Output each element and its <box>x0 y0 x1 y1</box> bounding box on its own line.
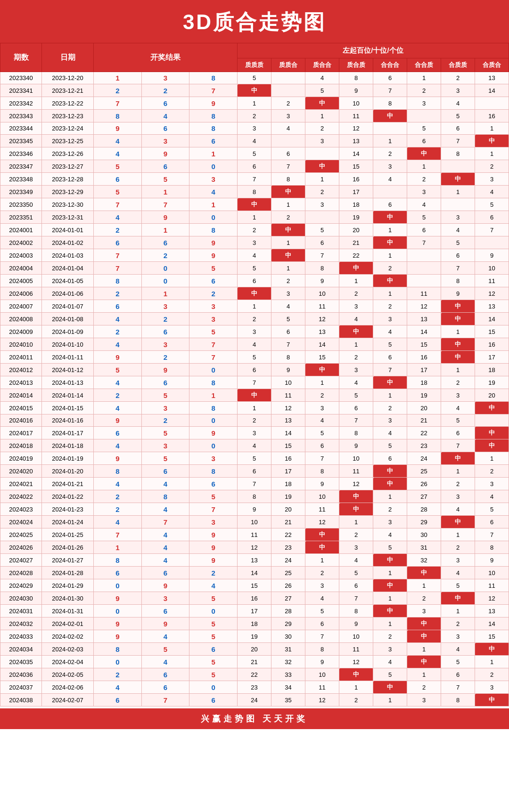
table-cell: 12 <box>305 694 339 706</box>
table-cell: 5 <box>441 110 475 122</box>
table-cell: 1 <box>141 287 189 300</box>
table-cell <box>271 84 305 97</box>
table-cell: 7 <box>141 516 189 528</box>
table-cell: 2 <box>441 72 475 84</box>
table-cell: 0 <box>189 364 238 376</box>
table-cell: 31 <box>271 643 305 656</box>
table-cell: 14 <box>475 617 509 630</box>
table-cell: 2024-01-22 <box>42 490 94 503</box>
table-cell: 13 <box>475 605 509 617</box>
table-cell: 3 <box>305 402 339 414</box>
table-cell: 中 <box>305 160 339 173</box>
table-cell: 6 <box>141 122 189 135</box>
table-cell: 2024-01-20 <box>42 465 94 478</box>
table-cell: 20 <box>407 402 441 414</box>
table-cell: 6 <box>141 325 189 338</box>
table-cell: 2024024 <box>0 516 42 528</box>
table-cell: 2 <box>271 275 305 287</box>
table-row: 20240212024-01-21446718912中2623 <box>0 478 509 490</box>
table-cell: 1 <box>373 224 407 236</box>
table-cell: 5 <box>141 643 189 656</box>
table-cell: 1 <box>271 262 305 275</box>
table-cell: 8 <box>141 490 189 503</box>
table-cell: 2024019 <box>0 452 42 465</box>
table-cell: 2 <box>94 389 142 402</box>
table-cell: 8 <box>305 262 339 275</box>
table-cell: 6 <box>141 160 189 173</box>
table-cell: 2024016 <box>0 414 42 427</box>
table-cell: 4 <box>141 503 189 516</box>
table-cell: 6 <box>407 135 441 147</box>
table-row: 20240332024-02-0294519307102中315 <box>0 630 509 643</box>
table-cell: 11 <box>271 389 305 402</box>
table-cell: 4 <box>441 402 475 414</box>
table-cell: 5 <box>189 668 238 681</box>
table-cell: 22 <box>271 528 305 541</box>
table-cell <box>271 135 305 147</box>
table-cell: 2024-01-19 <box>42 452 94 465</box>
table-cell: 中 <box>441 351 475 364</box>
table-cell: 4 <box>271 122 305 135</box>
table-cell: 中 <box>373 579 407 592</box>
table-cell: 16 <box>271 452 305 465</box>
table-cell: 2024-01-16 <box>42 414 94 427</box>
table-cell: 2 <box>94 668 142 681</box>
table-cell: 2023-12-23 <box>42 110 94 122</box>
table-cell: 4 <box>373 528 407 541</box>
table-cell: 2 <box>475 160 509 173</box>
table-cell: 1 <box>339 275 373 287</box>
table-cell: 15 <box>475 325 509 338</box>
table-cell: 2024035 <box>0 656 42 668</box>
table-cell: 3 <box>475 681 509 694</box>
table-cell: 2024037 <box>0 681 42 694</box>
table-cell: 32 <box>271 656 305 668</box>
table-cell: 6 <box>475 211 509 224</box>
header-date: 日期 <box>42 43 94 72</box>
table-cell: 2023348 <box>0 173 42 186</box>
table-cell: 2 <box>305 122 339 135</box>
table-cell: 18 <box>271 478 305 490</box>
table-cell: 2 <box>305 389 339 402</box>
table-cell: 2024-01-30 <box>42 592 94 605</box>
table-cell: 1 <box>441 605 475 617</box>
table-cell: 11 <box>305 503 339 516</box>
table-cell <box>271 72 305 84</box>
table-cell: 2024-02-06 <box>42 681 94 694</box>
table-cell: 9 <box>189 541 238 554</box>
table-cell: 2023343 <box>0 110 42 122</box>
table-cell: 6 <box>407 224 441 236</box>
table-cell: 5 <box>407 122 441 135</box>
table-cell: 5 <box>305 224 339 236</box>
table-cell: 2023342 <box>0 97 42 110</box>
table-cell: 8 <box>441 275 475 287</box>
table-cell: 4 <box>373 173 407 186</box>
table-cell: 21 <box>339 236 373 249</box>
table-row: 20240322024-02-019951829691中214 <box>0 617 509 630</box>
table-cell: 9 <box>305 275 339 287</box>
table-cell: 3 <box>407 694 441 706</box>
table-cell: 中 <box>475 427 509 439</box>
sub-header-zz: 质质质 <box>238 58 271 72</box>
table-cell: 中 <box>305 541 339 554</box>
table-cell: 9 <box>189 249 238 262</box>
table-cell: 3 <box>475 173 509 186</box>
table-cell: 10 <box>475 567 509 579</box>
table-row: 20233492023-12-295148中217314 <box>0 186 509 198</box>
table-cell: 9 <box>189 427 238 439</box>
table-cell: 10 <box>475 262 509 275</box>
table-row: 20240232024-01-2324792011中22845 <box>0 503 509 516</box>
table-cell: 9 <box>141 147 189 160</box>
table-cell: 9 <box>141 364 189 376</box>
table-cell: 6 <box>94 173 142 186</box>
table-cell: 21 <box>407 414 441 427</box>
table-cell: 5 <box>94 160 142 173</box>
table-cell: 18 <box>475 364 509 376</box>
table-cell: 3 <box>189 313 238 325</box>
table-cell: 4 <box>141 541 189 554</box>
table-cell: 0 <box>189 605 238 617</box>
table-cell: 15 <box>339 160 373 173</box>
table-cell: 9 <box>189 554 238 567</box>
table-cell: 5 <box>238 351 271 364</box>
table-cell <box>407 262 441 275</box>
table-cell: 2024-01-12 <box>42 364 94 376</box>
